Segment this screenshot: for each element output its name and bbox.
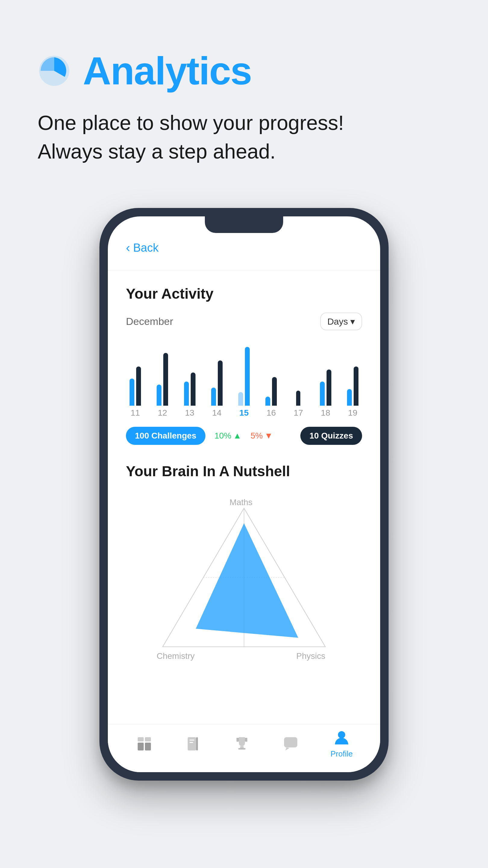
profile-icon [332,729,351,747]
month-label: December [126,315,173,327]
bar-group-11: 11 [126,339,144,418]
home-icon [135,735,153,753]
back-button[interactable]: ‹ Back [126,241,362,255]
back-label: Back [133,241,158,254]
svg-marker-7 [196,523,298,638]
analytics-pie-icon [38,54,71,87]
back-chevron-icon: ‹ [126,241,130,255]
svg-rect-13 [138,737,144,741]
bar-label: 19 [348,408,357,418]
bar [157,384,161,406]
bar [320,381,325,406]
bar-label: 11 [131,408,140,418]
bar [245,347,250,406]
chevron-down-icon: ▾ [350,316,355,327]
svg-rect-14 [145,737,151,741]
svg-rect-16 [190,740,194,741]
bar-group-19: 19 [344,339,362,418]
bar [130,378,134,406]
bar-group-14: 14 [207,339,226,418]
bar-group-17: 17 [289,339,307,418]
book-icon [184,735,202,753]
screen-content: ‹ Back Your Activity December Days ▾ [108,216,380,724]
bottom-nav: Profile [108,724,380,772]
bar [327,370,331,406]
bar-group-12: 12 [153,339,172,418]
bar-group-18: 18 [316,339,335,418]
days-label: Days [327,316,348,327]
bar-group-13: 13 [180,339,199,418]
svg-rect-20 [238,748,246,749]
stats-row: 100 Challenges 10% ▲ 5% ▼ 10 Quizzes [126,427,362,445]
bar-label: 17 [294,408,303,418]
bar-group-16: 16 [262,339,281,418]
bar [347,389,352,406]
svg-text:Physics: Physics [296,651,325,661]
radar-svg: Maths Chemistry Physics [148,499,340,668]
bar [238,392,243,406]
challenges-badge: 100 Challenges [126,427,205,445]
svg-rect-18 [196,737,198,750]
bar-label: 12 [158,408,167,418]
bar [211,388,216,406]
radar-chart: Maths Chemistry Physics [126,490,362,677]
bar [272,377,277,406]
bar [296,391,300,406]
chat-icon [282,735,300,753]
svg-rect-19 [240,746,244,748]
svg-rect-21 [284,737,297,747]
brain-title: Your Brain In A Nutshell [126,463,362,479]
bar [136,367,141,406]
bar-label: 18 [321,408,330,418]
bar-chart: 11 12 [126,342,362,421]
bar [265,397,270,406]
svg-point-22 [338,731,345,738]
bar-group-15: 15 [235,339,253,418]
nav-item-profile[interactable]: Profile [330,729,353,758]
stat-up: 10% ▲ [215,431,241,441]
bar [184,381,189,406]
nav-item-chat[interactable] [282,735,300,753]
svg-rect-15 [188,737,196,750]
bar-label: 14 [212,408,221,418]
nav-item-trophy[interactable] [233,735,251,753]
svg-rect-11 [138,743,144,750]
bar [218,361,223,406]
page-title: Analytics [83,48,252,93]
arrow-down-icon: ▼ [264,431,273,441]
phone-outer: ‹ Back Your Activity December Days ▾ [99,208,389,781]
days-selector[interactable]: Days ▾ [320,313,362,330]
bar-label: 15 [239,408,249,418]
activity-title: Your Activity [126,285,362,302]
title-row: Analytics [38,48,450,93]
bar [191,373,195,406]
arrow-up-icon: ▲ [233,431,241,441]
phone-notch [205,216,283,233]
page-subtitle: One place to show your progress! Always … [38,108,450,166]
stat-down: 5% ▼ [251,431,273,441]
trophy-icon [233,735,251,753]
svg-rect-12 [145,743,151,750]
bar [354,367,358,406]
activity-section: Your Activity December Days ▾ [126,270,362,460]
nav-item-book[interactable] [184,735,202,753]
bar [163,353,168,406]
profile-nav-label: Profile [330,749,353,758]
bar-label: 16 [267,408,276,418]
svg-rect-17 [190,742,193,743]
quizzes-badge: 10 Quizzes [300,427,362,445]
brain-section: Your Brain In A Nutshell [126,460,362,677]
bar-label: 13 [185,408,194,418]
nav-item-home[interactable] [135,735,153,753]
activity-header: December Days ▾ [126,313,362,330]
svg-text:Maths: Maths [230,499,253,507]
svg-text:Chemistry: Chemistry [157,651,195,661]
header-section: Analytics One place to show your progres… [0,0,488,184]
phone-screen: ‹ Back Your Activity December Days ▾ [108,216,380,772]
phone-wrapper: ‹ Back Your Activity December Days ▾ [0,208,488,805]
